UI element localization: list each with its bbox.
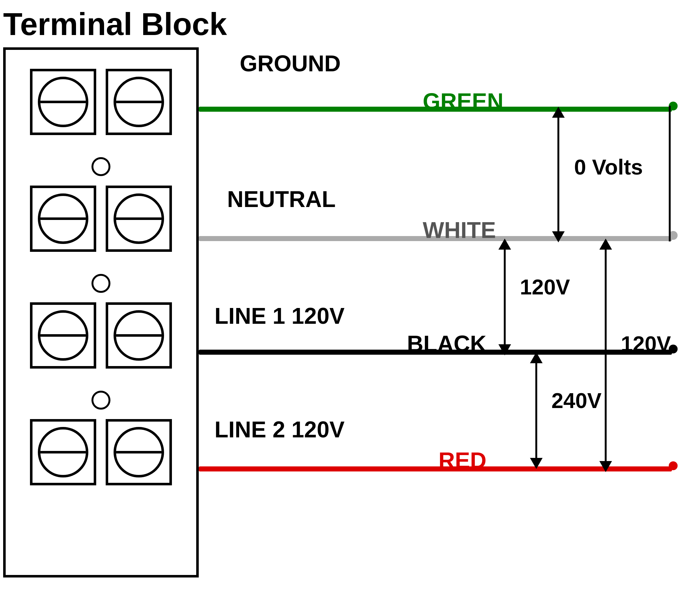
label-neutral: NEUTRAL (227, 186, 336, 212)
terminal-line2-left-circle (38, 427, 88, 477)
screw-2 (92, 274, 110, 293)
arrow-240v (524, 352, 549, 469)
label-120v-left: 120V (520, 274, 570, 299)
label-240v: 240V (551, 388, 602, 413)
svg-marker-8 (599, 461, 612, 472)
label-zero-volts: 0 Volts (574, 154, 643, 179)
terminal-line2-right (106, 419, 172, 485)
right-column-line (669, 106, 671, 241)
terminal-ground-left-circle (38, 77, 88, 127)
label-black: BLACK (407, 331, 486, 357)
terminal-neutral-right (106, 186, 172, 252)
page-title: Terminal Block (3, 6, 227, 42)
svg-marker-10 (530, 352, 543, 363)
terminal-line1-right-circle (114, 310, 164, 361)
terminal-neutral-left (30, 186, 96, 252)
svg-marker-11 (530, 458, 543, 469)
terminal-neutral-right-circle (114, 193, 164, 244)
terminal-line1-left (30, 302, 96, 368)
label-green: GREEN (423, 88, 503, 114)
terminal-row-screw2 (6, 274, 196, 293)
label-120v-right: 120V (621, 331, 671, 356)
label-line1: LINE 1 120V (215, 303, 345, 329)
terminal-row-screw3 (6, 391, 196, 410)
terminal-neutral-left-circle (38, 193, 88, 244)
label-line2: LINE 2 120V (215, 416, 345, 442)
terminal-line1-left-circle (38, 310, 88, 361)
terminal-line2-right-circle (114, 427, 164, 477)
terminal-ground-left (30, 69, 96, 135)
label-red: RED (439, 448, 486, 473)
label-ground: GROUND (240, 50, 341, 76)
svg-marker-7 (599, 239, 612, 249)
terminal-line2-left (30, 419, 96, 485)
svg-marker-4 (498, 239, 511, 249)
diagram: Terminal Block (0, 0, 700, 598)
svg-marker-2 (552, 231, 565, 242)
terminal-row-line2 (6, 419, 196, 485)
terminal-line1-right (106, 302, 172, 368)
svg-marker-5 (498, 344, 511, 355)
terminal-ground-right (106, 69, 172, 135)
screw-1 (92, 157, 110, 176)
wire-red-endpoint (669, 461, 678, 470)
terminal-row-screw1 (6, 157, 196, 176)
label-white: WHITE (423, 217, 496, 243)
arrow-120v-left (492, 239, 517, 355)
svg-marker-1 (552, 107, 565, 118)
terminal-ground-right-circle (114, 77, 164, 127)
terminal-row-line1 (6, 302, 196, 368)
arrow-120v-right (593, 239, 618, 472)
terminal-row-ground (6, 69, 196, 135)
screw-3 (92, 391, 110, 410)
terminal-block-box (3, 47, 199, 577)
arrow-0volts (546, 107, 571, 242)
terminal-row-neutral (6, 186, 196, 252)
